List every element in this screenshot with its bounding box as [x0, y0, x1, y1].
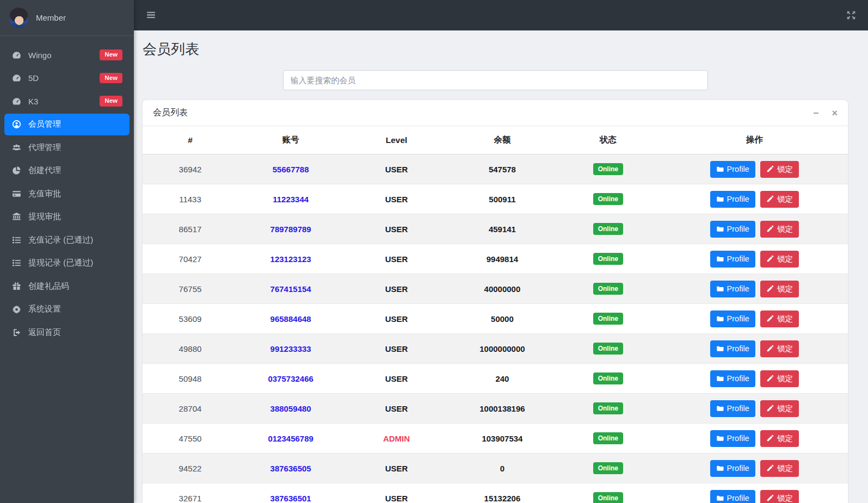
pencil-icon	[766, 225, 774, 233]
lock-button-label: 锁定	[777, 493, 793, 503]
lock-button[interactable]: 锁定	[760, 221, 799, 238]
lock-button[interactable]: 锁定	[760, 490, 799, 503]
sidebar-item-recharge-records[interactable]: 充值记录 (已通过)	[4, 229, 130, 251]
profile-button-label: Profile	[727, 434, 749, 443]
folder-icon	[716, 225, 724, 233]
profile-button[interactable]: Profile	[710, 460, 755, 477]
account-link[interactable]: 387636501	[270, 494, 311, 503]
lock-button[interactable]: 锁定	[760, 340, 799, 357]
account-link[interactable]: 965884648	[270, 314, 311, 324]
account-link[interactable]: 387636505	[270, 464, 311, 473]
table-row: 53609 965884648 USER 50000 Online Profil…	[143, 304, 848, 334]
account-link[interactable]: 11223344	[273, 195, 309, 204]
pencil-icon	[766, 375, 774, 382]
account-link[interactable]: 55667788	[273, 165, 309, 174]
lock-button[interactable]: 锁定	[760, 251, 799, 268]
row-id: 53609	[143, 304, 238, 334]
account-link[interactable]: 0123456789	[268, 434, 313, 443]
sidebar-item-5d[interactable]: 5D New	[4, 67, 130, 89]
profile-button[interactable]: Profile	[710, 221, 755, 238]
sidebar-item-label: 创建代理	[28, 165, 61, 176]
balance-cell: 0	[450, 454, 555, 483]
pie-chart-icon	[11, 166, 21, 176]
row-id: 76755	[143, 274, 238, 304]
status-badge: Online	[593, 163, 623, 175]
sidebar-item-system-settings[interactable]: 系统设置	[4, 299, 130, 320]
account-link[interactable]: 789789789	[270, 225, 311, 234]
profile-button[interactable]: Profile	[710, 430, 755, 447]
profile-button[interactable]: Profile	[710, 370, 755, 387]
lock-button-label: 锁定	[777, 314, 793, 324]
profile-button[interactable]: Profile	[710, 311, 755, 327]
level-cell: USER	[343, 364, 449, 394]
status-badge: Online	[593, 223, 623, 235]
table-row: 86517 789789789 USER 459141 Online Profi…	[143, 214, 848, 244]
balance-cell: 40000000	[450, 274, 555, 304]
tachometer-icon	[11, 96, 21, 106]
tachometer-icon	[11, 50, 21, 60]
lock-button[interactable]: 锁定	[760, 430, 799, 447]
gift-icon	[11, 281, 21, 291]
profile-button[interactable]: Profile	[710, 251, 755, 268]
folder-icon	[716, 255, 724, 263]
header-account: 账号	[238, 126, 343, 154]
sidebar-item-back-home[interactable]: 返回首页	[4, 321, 130, 343]
expand-icon[interactable]	[846, 10, 856, 20]
account-link[interactable]: 0375732466	[268, 374, 313, 383]
account-link[interactable]: 767415154	[270, 284, 311, 294]
pencil-icon	[766, 494, 774, 502]
profile-button-label: Profile	[727, 374, 749, 383]
sidebar-item-label: 提现审批	[28, 212, 61, 222]
top-navbar	[134, 0, 868, 30]
lock-button[interactable]: 锁定	[760, 311, 799, 327]
lock-button[interactable]: 锁定	[760, 400, 799, 417]
account-link[interactable]: 388059480	[270, 404, 311, 413]
brand-label: Member	[36, 13, 66, 22]
profile-button[interactable]: Profile	[710, 281, 755, 297]
search-input[interactable]	[283, 70, 708, 90]
member-list-card: 会员列表 − × # 账号 Level 余额 状态 操作	[142, 100, 848, 503]
minus-icon[interactable]: −	[813, 108, 819, 118]
sidebar-item-create-agent[interactable]: 创建代理	[4, 160, 130, 182]
level-cell: USER	[343, 454, 449, 483]
profile-button[interactable]: Profile	[710, 340, 755, 357]
profile-button-label: Profile	[727, 494, 749, 502]
lock-button[interactable]: 锁定	[760, 370, 799, 387]
sidebar-item-agent-manage[interactable]: 代理管理	[4, 136, 130, 158]
lock-button-label: 锁定	[777, 224, 793, 234]
card-tools: − ×	[813, 108, 838, 118]
folder-icon	[716, 195, 724, 203]
avatar	[9, 8, 29, 28]
level-cell: USER	[343, 334, 449, 364]
level-cell: USER	[343, 214, 449, 244]
profile-button[interactable]: Profile	[710, 191, 755, 208]
row-id: 49880	[143, 334, 238, 364]
profile-button-label: Profile	[727, 165, 749, 173]
row-id: 47550	[143, 424, 238, 454]
hamburger-icon[interactable]	[146, 10, 157, 20]
lock-button[interactable]: 锁定	[760, 281, 799, 297]
lock-button[interactable]: 锁定	[760, 161, 799, 178]
sidebar-item-withdraw-approve[interactable]: 提现审批	[4, 206, 130, 228]
status-badge: Online	[593, 372, 623, 384]
profile-button[interactable]: Profile	[710, 490, 755, 503]
account-link[interactable]: 991233333	[270, 344, 311, 353]
table-row: 70427 123123123 USER 9949814 Online Prof…	[143, 244, 848, 274]
profile-button[interactable]: Profile	[710, 161, 755, 178]
folder-icon	[716, 494, 724, 502]
account-link[interactable]: 123123123	[270, 254, 311, 264]
lock-button[interactable]: 锁定	[760, 191, 799, 208]
sidebar-item-recharge-approve[interactable]: 充值审批	[4, 183, 130, 204]
profile-button-label: Profile	[727, 254, 749, 263]
sidebar-item-wingo[interactable]: Wingo New	[4, 44, 130, 66]
sidebar-item-create-giftcode[interactable]: 创建礼品码	[4, 275, 130, 297]
sidebar-item-member-manage[interactable]: 会员管理	[4, 114, 130, 135]
profile-button[interactable]: Profile	[710, 400, 755, 417]
gear-icon	[11, 305, 21, 314]
lock-button-label: 锁定	[777, 433, 793, 444]
lock-button[interactable]: 锁定	[760, 460, 799, 477]
close-icon[interactable]: ×	[832, 108, 838, 118]
sidebar-item-withdraw-records[interactable]: 提现记录 (已通过)	[4, 252, 130, 274]
sidebar-item-k3[interactable]: K3 New	[4, 90, 130, 112]
pencil-icon	[766, 434, 774, 442]
